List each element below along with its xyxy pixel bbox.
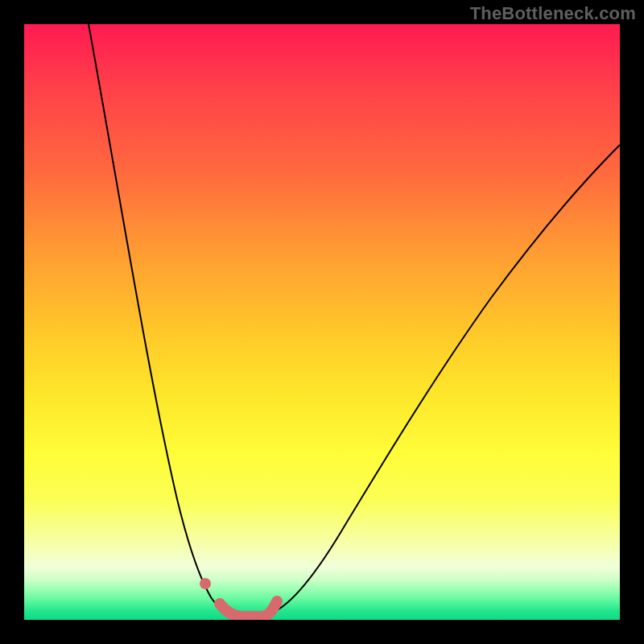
- chart-plot-area: [24, 24, 620, 620]
- marker-dot: [200, 578, 211, 589]
- chart-curves: [24, 24, 620, 620]
- curve-right: [272, 145, 620, 613]
- watermark-label: TheBottleneck.com: [470, 3, 636, 24]
- curve-left: [89, 24, 225, 613]
- marker-trough: [220, 601, 277, 617]
